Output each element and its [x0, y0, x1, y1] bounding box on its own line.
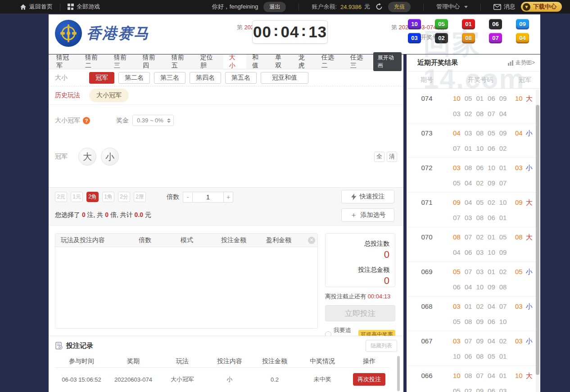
- draw-ball-04: 04: [516, 33, 529, 43]
- greeting-text: 你好，fengfeining: [212, 3, 258, 11]
- close-icon[interactable]: ✕: [308, 237, 315, 244]
- nav-tab-猜冠军[interactable]: 猜冠军: [50, 54, 79, 69]
- select-all-button[interactable]: 全: [374, 152, 385, 162]
- history-play-tag[interactable]: 大小冠军: [89, 89, 129, 102]
- multiplier-label: 倍数: [167, 193, 179, 201]
- quick-bet-button[interactable]: 快速投注: [341, 190, 394, 203]
- download-center-button[interactable]: ▼ 下载中心: [521, 2, 562, 12]
- unit-button-2角[interactable]: 2角: [86, 192, 99, 202]
- champion-number: 10: [515, 372, 523, 379]
- champion-number: 03: [515, 164, 523, 171]
- result-number: 08: [453, 233, 461, 241]
- multiplier-minus-button[interactable]: -: [183, 192, 193, 203]
- unit-button-1角[interactable]: 1角: [102, 192, 114, 202]
- result-numbers-line1: 0507030102: [453, 268, 514, 275]
- record-play: 大小冠军: [158, 375, 206, 383]
- help-icon[interactable]: ?: [83, 117, 90, 124]
- multiplier-input[interactable]: [193, 192, 223, 203]
- nav-tab-猜前四[interactable]: 猜前四: [137, 54, 166, 69]
- pick-option-小[interactable]: 小: [101, 148, 119, 166]
- result-number: 02: [499, 337, 507, 345]
- nav-tab-任选二[interactable]: 任选二: [316, 54, 344, 69]
- nav-tab-猜前二[interactable]: 猜前二: [79, 54, 108, 69]
- main-panel: 猜冠军猜前二猜前三猜前四猜前五定位胆大小和值单双龙虎任选二任选三展开动画 大小 …: [49, 54, 403, 392]
- bet-now-button[interactable]: 立即投注: [325, 305, 395, 321]
- unit-button-2厘[interactable]: 2厘: [134, 192, 146, 202]
- multiplier-plus-button[interactable]: +: [223, 192, 233, 203]
- result-champion: 08大: [514, 233, 533, 261]
- result-number: 03: [476, 248, 484, 256]
- position-option-第三名[interactable]: 第三名: [154, 72, 185, 84]
- result-issue: 072: [407, 164, 447, 192]
- result-number: 01: [465, 144, 472, 152]
- recharge-button[interactable]: 充值: [388, 2, 411, 12]
- records-scrollbar[interactable]: [397, 356, 400, 391]
- result-number: 03: [476, 268, 484, 275]
- result-number: 05: [488, 129, 495, 137]
- nav-tab-猜前三[interactable]: 猜前三: [108, 54, 137, 69]
- champion-number: 10: [515, 95, 523, 102]
- result-number: 02: [476, 302, 484, 310]
- balance-unit: 元: [364, 3, 370, 11]
- logout-button[interactable]: 退出: [263, 2, 286, 12]
- expand-animation-button[interactable]: 展开动画: [373, 52, 402, 71]
- nav-tab-单双[interactable]: 单双: [269, 54, 292, 69]
- record-col-header: 投注金额: [253, 357, 296, 365]
- champion-number: 04: [515, 129, 523, 137]
- nav-tab-大小[interactable]: 大小: [223, 54, 246, 69]
- result-row: 0700807020105040603100908大: [407, 227, 540, 262]
- result-number: 04: [499, 110, 507, 117]
- admin-center-menu[interactable]: 管理中心: [436, 3, 468, 11]
- trend-chart-icon: [507, 60, 514, 66]
- sidebar-scrollbar-thumb[interactable]: [536, 105, 539, 375]
- home-link[interactable]: 返回首页: [20, 3, 53, 11]
- rebet-button[interactable]: 再次投注: [353, 373, 385, 386]
- slip-table: 玩法及投注内容倍数模式投注金额盈利金额✕: [55, 233, 318, 329]
- position-option-冠军[interactable]: 冠军: [89, 72, 114, 84]
- result-numbers-line1: 0308061001: [453, 164, 514, 171]
- bonus-select[interactable]: 0.39 ~ 0%: [132, 115, 174, 126]
- result-number: 09: [499, 95, 507, 102]
- results-rows: 0741005010609030208070410大07304030805090…: [407, 89, 540, 392]
- nav-tab-任选三[interactable]: 任选三: [344, 54, 373, 69]
- nav-tab-龙虎[interactable]: 龙虎: [293, 54, 316, 69]
- messages-link[interactable]: 消息: [493, 3, 516, 11]
- topbar-separator: [480, 3, 481, 10]
- result-number: 10: [453, 372, 461, 379]
- results-title: 近期开奖结果: [417, 59, 458, 67]
- result-number: 08: [499, 283, 507, 291]
- nav-tab-和值[interactable]: 和值: [246, 54, 269, 69]
- spinner-arrows-icon[interactable]: [167, 118, 171, 123]
- result-champion: 03小: [514, 164, 533, 192]
- champion-size: 小: [526, 268, 533, 275]
- result-number: 05: [488, 352, 495, 360]
- result-number: 02: [465, 110, 472, 117]
- result-issue: 067: [407, 337, 447, 365]
- position-option-第四名[interactable]: 第四名: [190, 72, 221, 84]
- hide-list-button[interactable]: 隐藏列表: [366, 340, 397, 352]
- logo[interactable]: 香港赛马: [55, 20, 149, 47]
- trend-chart-link[interactable]: 走势图>: [507, 59, 535, 67]
- position-option-第二名[interactable]: 第二名: [118, 72, 150, 84]
- add-selection-button[interactable]: ＋ 添加选号: [341, 208, 394, 222]
- pick-option-大[interactable]: 大: [78, 148, 96, 166]
- recent-results-panel: 近期开奖结果 走势图> 期号开奖号码冠军 0741005010609030208…: [407, 54, 540, 392]
- chevron-down-icon: [464, 6, 468, 8]
- unit-button-1元[interactable]: 1元: [71, 192, 83, 202]
- nav-tab-猜前五[interactable]: 猜前五: [166, 54, 195, 69]
- result-number: 09: [476, 337, 484, 345]
- champion-size: 小: [526, 129, 533, 137]
- unit-button-2元[interactable]: 2元: [55, 192, 67, 202]
- nav-tab-定位胆[interactable]: 定位胆: [195, 54, 223, 69]
- result-number: 10: [476, 144, 484, 152]
- result-number: 04: [453, 129, 461, 137]
- record-col-header: 奖期: [108, 357, 158, 365]
- position-option-第五名[interactable]: 第五名: [225, 72, 257, 84]
- bet-slip: 玩法及投注内容倍数模式投注金额盈利金额✕ 总投注数 0 投注总金额 0 离投注截…: [49, 225, 403, 336]
- position-option-冠亚和值[interactable]: 冠亚和值: [261, 72, 308, 84]
- refresh-icon[interactable]: [375, 3, 383, 10]
- clear-button[interactable]: 清: [387, 152, 397, 162]
- results-column-headers: 期号开奖号码冠军: [407, 72, 540, 89]
- unit-button-2分[interactable]: 2分: [118, 192, 130, 202]
- all-games-link[interactable]: 全部游戏: [68, 3, 100, 11]
